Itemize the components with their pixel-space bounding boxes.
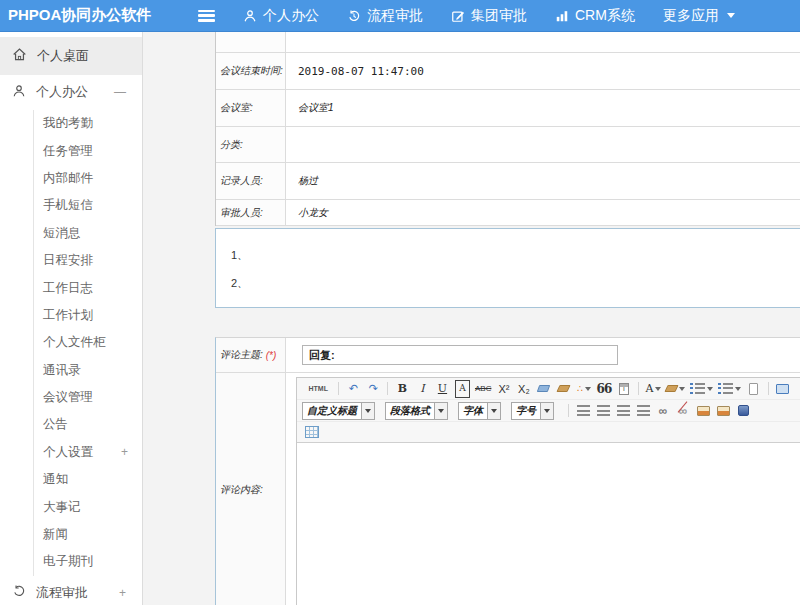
bar-chart-icon xyxy=(555,9,569,23)
sidebar-item-task-management[interactable]: 任务管理 xyxy=(34,137,142,164)
highlight-color-dropdown[interactable] xyxy=(666,380,685,398)
app-window: PHPOA协同办公软件 个人办公 流程审批 集团审批 xyxy=(0,0,800,605)
insert-table-icon[interactable] xyxy=(305,423,320,441)
main-nav: 个人办公 流程审批 集团审批 CRM系统 更多应用 xyxy=(243,7,763,25)
sidebar-group-workflow-approval[interactable]: 流程审批 + xyxy=(0,576,142,605)
sidebar-item-work-log[interactable]: 工作日志 xyxy=(34,274,142,301)
strikethrough-button[interactable]: ABC xyxy=(475,380,491,398)
nav-more-apps[interactable]: 更多应用 xyxy=(663,7,735,25)
image-album-icon[interactable] xyxy=(716,402,731,420)
table-row-recorder: 记录人员: 杨过 xyxy=(216,163,800,200)
meeting-info-table: 会议结束时间: 2019-08-07 11:47:00 会议室: 会议室1 分类… xyxy=(215,32,800,226)
minutes-line: 1、 xyxy=(231,241,800,269)
nav-label: 个人办公 xyxy=(263,7,319,25)
sidebar-group-personal-office[interactable]: 个人办公 — xyxy=(0,75,142,109)
source-code-button[interactable]: HTML xyxy=(305,380,332,398)
font-style-button[interactable]: A xyxy=(455,380,470,398)
insert-media-icon[interactable] xyxy=(736,402,751,420)
table-row-meeting-end-time: 会议结束时间: 2019-08-07 11:47:00 xyxy=(216,53,800,90)
align-right-icon[interactable] xyxy=(616,402,631,420)
ordered-list-dropdown[interactable] xyxy=(690,380,713,398)
justify-icon[interactable] xyxy=(636,402,651,420)
new-page-icon[interactable] xyxy=(746,380,761,398)
nav-label: 集团审批 xyxy=(471,7,527,25)
insert-image-icon[interactable] xyxy=(696,402,711,420)
nav-crm-system[interactable]: CRM系统 xyxy=(555,7,635,25)
sidebar-item-announcement[interactable]: 公告 xyxy=(34,411,142,438)
field-label: 记录人员: xyxy=(216,163,286,199)
italic-button[interactable]: I xyxy=(415,380,430,398)
sidebar-item-meeting-management[interactable]: 会议管理 xyxy=(34,384,142,411)
redo-icon[interactable]: ↷ xyxy=(366,380,381,398)
nav-workflow-approval[interactable]: 流程审批 xyxy=(347,7,423,25)
eraser-icon[interactable] xyxy=(536,380,551,398)
unordered-list-dropdown[interactable] xyxy=(718,380,741,398)
sidebar-item-personal-settings[interactable]: 个人设置+ xyxy=(34,439,142,466)
edit-icon xyxy=(451,9,465,23)
insert-link-icon[interactable]: ∞ xyxy=(656,402,671,420)
format-painter-dropdown[interactable]: ∴ xyxy=(576,380,591,398)
sidebar-item-short-message[interactable]: 短消息 xyxy=(34,220,142,247)
history-icon xyxy=(12,584,26,601)
sidebar-item-sms[interactable]: 手机短信 xyxy=(34,192,142,219)
nav-label: 流程审批 xyxy=(367,7,423,25)
table-row-meeting-room: 会议室: 会议室1 xyxy=(216,90,800,127)
collapse-icon[interactable]: — xyxy=(114,85,126,99)
sidebar-item-notice[interactable]: 通知 xyxy=(34,466,142,493)
required-mark: (*) xyxy=(266,350,277,361)
heading-select[interactable]: 自定义标题 xyxy=(302,402,375,420)
expand-icon[interactable]: + xyxy=(121,445,128,459)
subscript-button[interactable]: X₂ xyxy=(516,380,531,398)
menu-toggle-icon[interactable] xyxy=(198,10,215,22)
align-left-icon[interactable] xyxy=(576,402,591,420)
nav-personal-office[interactable]: 个人办公 xyxy=(243,7,319,25)
table-row-category: 分类: xyxy=(216,127,800,163)
sidebar-group-label: 个人办公 xyxy=(36,83,88,101)
font-color-dropdown[interactable]: A xyxy=(645,380,661,398)
sidebar-item-news[interactable]: 新闻 xyxy=(34,521,142,548)
table-row xyxy=(216,32,800,53)
comment-subject-input[interactable] xyxy=(302,345,618,365)
remove-link-icon[interactable]: ∞ xyxy=(676,402,691,420)
underline-button[interactable]: U xyxy=(435,380,450,398)
superscript-button[interactable]: X² xyxy=(496,380,511,398)
sidebar-item-contacts[interactable]: 通讯录 xyxy=(34,357,142,384)
field-label: 评论主题: xyxy=(220,348,263,362)
chevron-down-icon xyxy=(540,403,553,419)
sidebar-group-label: 流程审批 xyxy=(36,584,88,602)
blockquote-button[interactable]: 66 xyxy=(596,380,611,398)
font-size-select[interactable]: 字号 xyxy=(511,402,554,420)
sidebar-item-work-plan[interactable]: 工作计划 xyxy=(34,302,142,329)
sidebar-item-file-cabinet[interactable]: 个人文件柜 xyxy=(34,329,142,356)
undo-icon[interactable]: ↶ xyxy=(346,380,361,398)
sidebar-item-schedule[interactable]: 日程安排 xyxy=(34,247,142,274)
clean-format-brush-icon[interactable] xyxy=(556,380,571,398)
field-value: 会议室1 xyxy=(286,90,800,126)
fullscreen-icon[interactable] xyxy=(775,380,790,398)
sidebar-item-attendance[interactable]: 我的考勤 xyxy=(34,110,142,137)
field-label: 分类: xyxy=(216,127,286,162)
comment-content-textarea[interactable] xyxy=(297,443,800,605)
sidebar-item-memorabilia[interactable]: 大事记 xyxy=(34,493,142,520)
sidebar-item-personal-desktop[interactable]: 个人桌面 xyxy=(0,37,142,75)
history-icon xyxy=(347,9,361,23)
chevron-down-icon xyxy=(434,403,447,419)
sidebar-item-internal-mail[interactable]: 内部邮件 xyxy=(34,165,142,192)
align-center-icon[interactable] xyxy=(596,402,611,420)
editor-toolbar-row-2: 自定义标题 段落格式 字体 字号 ∞ ∞ xyxy=(297,400,800,422)
font-family-select[interactable]: 字体 xyxy=(458,402,501,420)
field-value: 杨过 xyxy=(286,163,800,199)
person-icon xyxy=(243,9,257,23)
top-bar: PHPOA协同办公软件 个人办公 流程审批 集团审批 xyxy=(0,0,800,32)
chevron-down-icon xyxy=(361,403,374,419)
paste-icon[interactable]: T xyxy=(616,380,631,398)
main-content: 会议结束时间: 2019-08-07 11:47:00 会议室: 会议室1 分类… xyxy=(144,32,800,605)
expand-icon[interactable]: + xyxy=(119,586,126,600)
sidebar-item-e-journal[interactable]: 电子期刊 xyxy=(34,548,142,575)
paragraph-format-select[interactable]: 段落格式 xyxy=(385,402,448,420)
editor-toolbar-row-3 xyxy=(297,422,800,443)
person-icon xyxy=(12,84,26,101)
sidebar-item-label: 个人桌面 xyxy=(37,47,89,65)
bold-button[interactable]: B xyxy=(395,380,410,398)
nav-group-approval[interactable]: 集团审批 xyxy=(451,7,527,25)
